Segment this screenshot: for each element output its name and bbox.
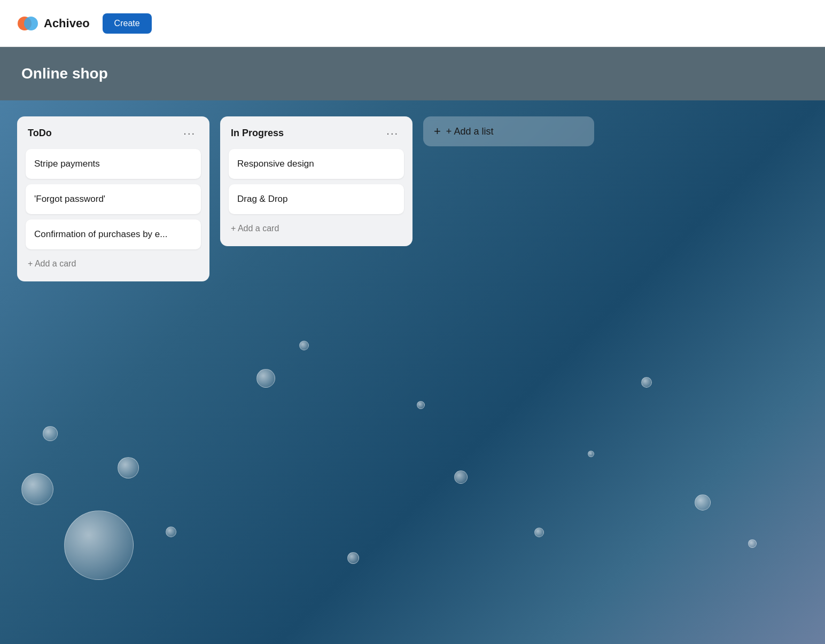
list-in-progress-menu-button[interactable]: ···	[383, 126, 402, 140]
logo-icon	[17, 13, 38, 34]
card-drag-drop[interactable]: Drag & Drop	[229, 184, 404, 214]
card-responsive-design[interactable]: Responsive design	[229, 149, 404, 179]
add-card-todo-label: + Add a card	[28, 259, 76, 269]
board-header: Online shop	[0, 47, 825, 100]
list-in-progress-header: In Progress ···	[229, 125, 404, 142]
list-in-progress: In Progress ··· Responsive design Drag &…	[220, 116, 412, 246]
svg-point-1	[24, 17, 38, 30]
add-list-button[interactable]: + + Add a list	[423, 116, 594, 146]
create-button[interactable]: Create	[103, 13, 152, 34]
list-in-progress-title: In Progress	[231, 128, 284, 139]
board-area: ToDo ··· Stripe payments 'Forgot passwor…	[0, 100, 825, 644]
list-todo-title: ToDo	[28, 128, 52, 139]
card-forgot-password[interactable]: 'Forgot password'	[26, 184, 201, 214]
board-title: Online shop	[21, 65, 108, 82]
navbar: Achiveo Create	[0, 0, 825, 47]
card-confirmation-purchases[interactable]: Confirmation of purchases by e...	[26, 219, 201, 249]
list-todo: ToDo ··· Stripe payments 'Forgot passwor…	[17, 116, 209, 281]
list-todo-header: ToDo ···	[26, 125, 201, 142]
add-card-in-progress-label: + Add a card	[231, 224, 279, 233]
add-list-label: + Add a list	[446, 126, 494, 137]
logo-container: Achiveo	[17, 13, 90, 34]
card-stripe-payments[interactable]: Stripe payments	[26, 149, 201, 179]
add-card-todo-button[interactable]: + Add a card	[26, 255, 201, 273]
lists-container: ToDo ··· Stripe payments 'Forgot passwor…	[0, 100, 825, 644]
list-todo-menu-button[interactable]: ···	[180, 126, 199, 140]
add-list-icon: +	[434, 124, 441, 138]
app-name: Achiveo	[44, 17, 90, 30]
add-card-in-progress-button[interactable]: + Add a card	[229, 219, 404, 238]
